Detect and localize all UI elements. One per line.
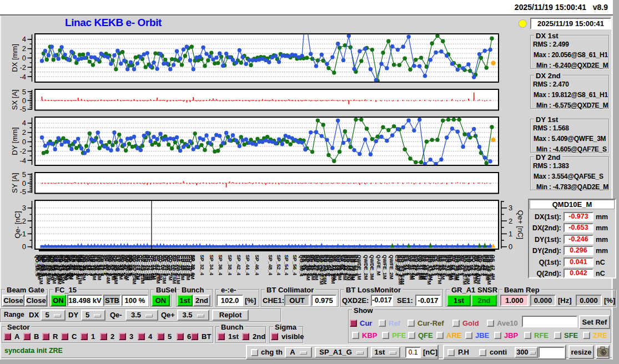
- svg-text:2: 2: [22, 44, 26, 53]
- svg-text:0: 0: [22, 138, 26, 146]
- svg-text:-2: -2: [19, 63, 26, 72]
- svg-text:SX [A]: SX [A]: [11, 89, 19, 110]
- svg-text:OS_47_4M: OS_47_4M: [490, 255, 496, 280]
- svg-text:QWFE_2M: QWFE_2M: [389, 255, 394, 280]
- svg-text:-5: -5: [19, 188, 26, 196]
- svg-text:Qe- [nC]: Qe- [nC]: [13, 211, 22, 238]
- svg-text:SP_30_4: SP_30_4: [190, 255, 196, 275]
- svg-text:QWDE_2M: QWDE_2M: [363, 255, 369, 280]
- svg-text:-2: -2: [19, 147, 26, 155]
- svg-text:2: 2: [509, 217, 512, 225]
- svg-text:4: 4: [22, 35, 26, 43]
- svg-text:SP_38_4: SP_38_4: [227, 255, 233, 275]
- svg-text:-4: -4: [19, 156, 26, 165]
- svg-text:3: 3: [22, 204, 26, 212]
- svg-text:0: 0: [509, 242, 512, 251]
- svg-text:2: 2: [22, 128, 26, 136]
- svg-text:SP_56_4: SP_56_4: [292, 255, 298, 275]
- svg-text:DX [mm]: DX [mm]: [11, 44, 19, 72]
- svg-text:QWFE_1M: QWFE_1M: [382, 255, 387, 280]
- svg-text:QWDE_1M: QWDE_1M: [356, 255, 362, 280]
- svg-text:-5: -5: [19, 105, 26, 113]
- svg-text:SP_32_4: SP_32_4: [199, 255, 205, 275]
- svg-text:0: 0: [22, 97, 26, 105]
- svg-text:SP_34_4: SP_34_4: [209, 255, 214, 275]
- svg-text:SP_48_4: SP_48_4: [268, 255, 273, 275]
- svg-text:SP_54_4: SP_54_4: [284, 255, 289, 275]
- svg-text:3: 3: [509, 204, 512, 212]
- svg-text:4: 4: [22, 119, 26, 127]
- svg-text:0: 0: [22, 179, 26, 188]
- svg-text:-4: -4: [19, 73, 26, 81]
- svg-text:SP_42_4: SP_42_4: [236, 255, 241, 275]
- svg-text:2: 2: [22, 217, 26, 225]
- svg-text:5: 5: [22, 170, 26, 179]
- svg-text:SP_46_4: SP_46_4: [254, 255, 260, 275]
- svg-text:1: 1: [22, 230, 26, 238]
- svg-text:SP_36_4: SP_36_4: [218, 255, 223, 275]
- svg-text:QWDE_3M: QWDE_3M: [369, 255, 375, 280]
- svg-text:0: 0: [22, 242, 26, 251]
- svg-text:QAFE_M: QAFE_M: [376, 255, 381, 276]
- svg-text:5: 5: [22, 88, 26, 96]
- svg-text:0: 0: [22, 54, 26, 62]
- svg-text:1: 1: [509, 230, 512, 238]
- svg-text:SY [A]: SY [A]: [11, 173, 19, 193]
- svg-text:SP_52_4: SP_52_4: [276, 255, 281, 275]
- svg-text:DY [mm]: DY [mm]: [11, 127, 19, 155]
- svg-text:SP_44_4: SP_44_4: [245, 255, 250, 275]
